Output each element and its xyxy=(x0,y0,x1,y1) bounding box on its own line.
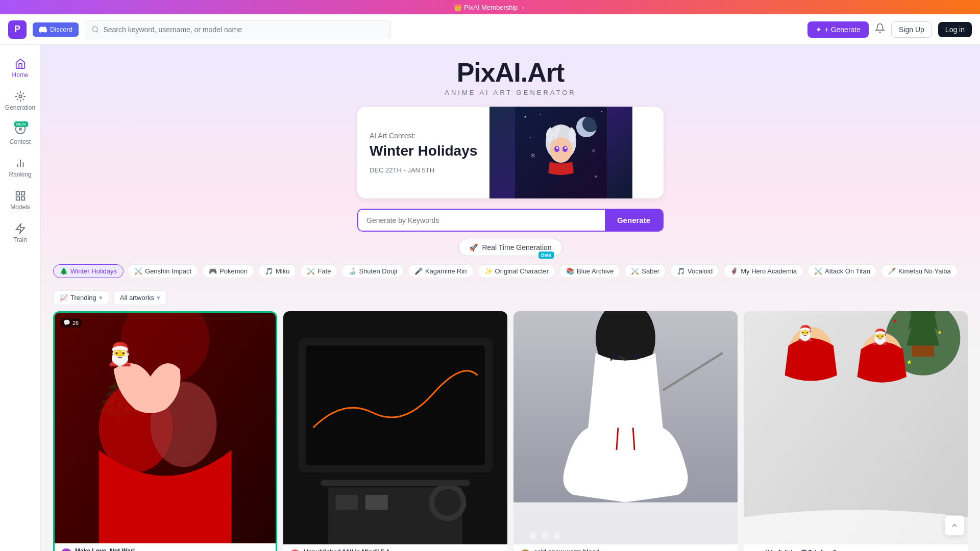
tag-emoji-attack-on-titan: ⚔️ xyxy=(814,267,822,275)
tag-label-kimetsu-no-yaiba: Kimetsu No Yaiba xyxy=(898,267,951,275)
tag-item-vocaloid[interactable]: 🎵Vocaloid xyxy=(670,264,719,278)
new-badge: NEW xyxy=(14,121,28,127)
tag-emoji-vocaloid: 🎵 xyxy=(677,267,685,275)
tag-item-genshin-impact[interactable]: ⚔️Genshin Impact xyxy=(128,264,198,278)
gallery-info-3: cold snow,warm blood drunker 50 xyxy=(513,544,738,551)
tag-item-original-character[interactable]: ✨Original Character xyxy=(478,264,556,278)
gallery-user-4: サンタさん、来るかな～？ 怜悠 xyxy=(750,548,838,551)
gallery-item-1[interactable]: 💬26 🎄🎅 Make Love, Not War! Calibrer 1.20… xyxy=(53,311,277,551)
sidebar-contest-label: Contest xyxy=(10,138,31,145)
gallery-item-2[interactable]: Unpublished "All is Mind" 5.4 n00bArtist… xyxy=(283,311,507,551)
top-banner[interactable]: 👑 PixAI Membership › xyxy=(0,0,980,14)
gallery-item-3[interactable]: ❄ ❄ ❄ cold snow,warm blood drunker 50 xyxy=(513,311,738,551)
gallery-image-1: 🎄🎅 xyxy=(55,313,276,543)
tag-emoji-genshin-impact: ⚔️ xyxy=(134,267,142,275)
tag-label-my-hero-academia: My Hero Academia xyxy=(741,267,797,275)
sidebar-item-generation[interactable]: Generation xyxy=(3,86,38,116)
svg-text:🎅: 🎅 xyxy=(796,324,815,342)
generate-plus-icon: ✦ xyxy=(816,26,822,34)
gallery-avatar-3 xyxy=(520,549,531,551)
gallery-user-1: Make Love, Not War! Calibrer xyxy=(61,547,135,551)
artworks-chevron-icon: ▾ xyxy=(157,294,160,302)
contest-icon-wrap: NEW xyxy=(15,123,26,136)
tag-item-winter-holidays[interactable]: 🌲Winter Holidays xyxy=(53,264,124,278)
contest-date: DEC 22TH - JAN 5TH xyxy=(370,166,477,174)
tag-item-kagamine-rin[interactable]: 🎤Kagamine Rin xyxy=(408,264,474,278)
chevron-up-icon xyxy=(950,521,959,530)
sidebar-item-home[interactable]: Home xyxy=(3,53,38,84)
gallery-image-2 xyxy=(283,311,507,544)
svg-text:🎅: 🎅 xyxy=(871,328,890,346)
sidebar-item-train[interactable]: Train xyxy=(3,218,38,248)
contest-banner[interactable]: AI Art Contest: Winter Holidays DEC 22TH… xyxy=(357,107,664,198)
brand-subtitle: ANIME AI ART GENERATOR xyxy=(445,89,576,96)
contest-info: AI Art Contest: Winter Holidays DEC 22TH… xyxy=(357,107,489,198)
sign-up-button[interactable]: Sign Up xyxy=(891,21,932,38)
gallery-item-4[interactable]: ★●●🎅🎅 サンタさん、来るかな～？ 怜悠 66 xyxy=(744,311,968,551)
sidebar-ranking-label: Ranking xyxy=(9,171,31,178)
sidebar-generation-label: Generation xyxy=(5,104,35,111)
tag-emoji-saber: ⚔️ xyxy=(631,267,639,275)
tag-item-kimetsu-no-yaiba[interactable]: 🗡️Kimetsu No Yaiba xyxy=(881,264,958,278)
ranking-icon xyxy=(15,158,26,169)
sidebar-train-label: Train xyxy=(13,236,27,243)
scroll-top-button[interactable] xyxy=(944,515,965,536)
generate-keywords-input[interactable] xyxy=(358,210,605,231)
header-generate-button[interactable]: ✦ + Generate xyxy=(807,21,869,38)
discord-label: Discord xyxy=(50,26,72,33)
tag-emoji-shuten-douji: 🍶 xyxy=(348,267,356,275)
gallery: 💬26 🎄🎅 Make Love, Not War! Calibrer 1.20… xyxy=(41,311,980,551)
tag-emoji-kimetsu-no-yaiba: 🗡️ xyxy=(888,267,896,275)
tag-item-pokemon[interactable]: 🎮Pokemon xyxy=(202,264,254,278)
sidebar-item-ranking[interactable]: Ranking xyxy=(3,153,38,183)
generate-button[interactable]: Generate xyxy=(605,210,663,231)
tag-emoji-fate: ⚔️ xyxy=(307,267,315,275)
realtime-label: Real Time Generation xyxy=(482,243,551,252)
svg-rect-6 xyxy=(21,192,24,195)
brand-title: PixAI.Art xyxy=(457,57,565,88)
svg-point-20 xyxy=(550,137,572,163)
gallery-image-4: ★●●🎅🎅 xyxy=(744,311,968,544)
trending-filter-button[interactable]: 📈 Trending ▾ xyxy=(53,290,109,305)
search-bar[interactable] xyxy=(85,20,391,39)
svg-rect-42 xyxy=(321,480,470,486)
tag-item-miku[interactable]: 🎵Miku xyxy=(258,264,296,278)
all-artworks-filter-button[interactable]: All artworks ▾ xyxy=(113,290,167,305)
realtime-generation-button[interactable]: 🚀 Real Time Generation Beta xyxy=(458,239,562,256)
tag-item-saber[interactable]: ⚔️Saber xyxy=(624,264,666,278)
gallery-info-2: Unpublished "All is Mind" 5.4 n00bArtist… xyxy=(283,544,507,551)
tag-item-my-hero-academia[interactable]: 🦸My Hero Academia xyxy=(723,264,803,278)
tag-emoji-kagamine-rin: 🎤 xyxy=(414,267,423,275)
svg-point-16 xyxy=(601,111,602,112)
search-input[interactable] xyxy=(103,26,384,34)
sidebar-item-models[interactable]: Models xyxy=(3,185,38,216)
search-icon xyxy=(91,26,99,34)
trending-icon: 📈 xyxy=(60,294,68,302)
svg-text:●: ● xyxy=(938,329,941,335)
svg-point-22 xyxy=(562,146,568,152)
svg-text:❄: ❄ xyxy=(594,174,598,179)
logo-button[interactable]: P xyxy=(8,20,27,39)
tag-item-fate[interactable]: ⚔️Fate xyxy=(300,264,337,278)
hero-section: PixAI.Art ANIME AI ART GENERATOR AI Art … xyxy=(41,45,980,256)
login-button[interactable]: Log in xyxy=(938,22,972,37)
tag-label-saber: Saber xyxy=(642,267,659,275)
gallery-title-3: cold snow,warm blood xyxy=(534,548,600,551)
sidebar-item-contest[interactable]: NEW Contest xyxy=(3,118,38,151)
tag-item-shuten-douji[interactable]: 🍶Shuten Douji xyxy=(341,264,403,278)
tag-label-attack-on-titan: Attack On Titan xyxy=(825,267,870,275)
tag-label-winter-holidays: Winter Holidays xyxy=(70,267,117,275)
svg-point-46 xyxy=(612,354,618,360)
svg-point-1 xyxy=(19,95,22,98)
discord-button[interactable]: Discord xyxy=(33,22,79,37)
bell-icon xyxy=(875,23,885,33)
generate-section: Generate 🚀 Real Time Generation Beta xyxy=(357,209,664,256)
header: P Discord ✦ + Generate Sign Up Log in xyxy=(0,14,980,45)
notifications-button[interactable] xyxy=(875,23,885,36)
train-icon xyxy=(15,223,26,234)
main-content: PixAI.Art ANIME AI ART GENERATOR AI Art … xyxy=(41,45,980,551)
tag-item-blue-archive[interactable]: 📚Blue Archive xyxy=(559,264,620,278)
tag-item-attack-on-titan[interactable]: ⚔️Attack On Titan xyxy=(807,264,877,278)
sidebar: Home Generation NEW Contest Ranking Mode… xyxy=(0,45,41,551)
svg-point-47 xyxy=(633,354,639,360)
